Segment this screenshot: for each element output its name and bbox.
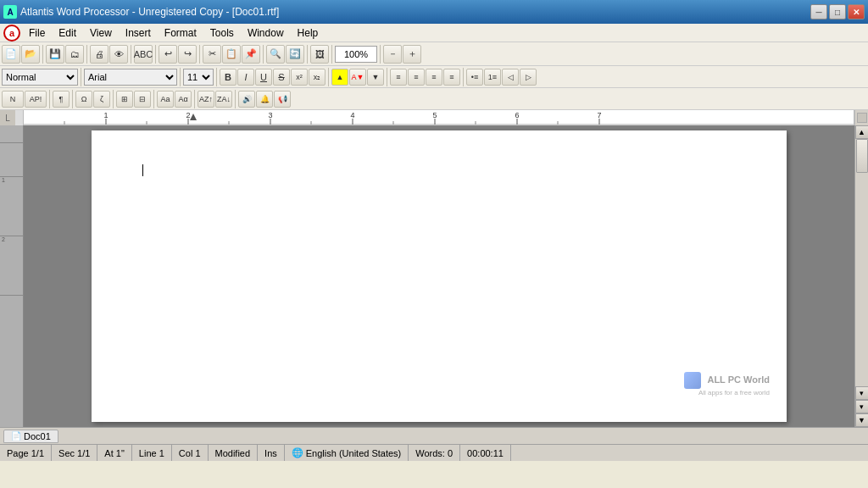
speaker2-btn[interactable]: 🔔 (256, 91, 273, 108)
ruler-corner-btn[interactable] (857, 113, 867, 123)
print-button[interactable]: 🖨 (90, 45, 108, 64)
bg-color-button[interactable]: ▼ (367, 69, 384, 86)
minimize-button[interactable]: ─ (810, 4, 827, 19)
symbol-btn[interactable]: ζ (93, 91, 110, 108)
scroll-thumb-v[interactable] (856, 139, 868, 173)
separator4 (155, 45, 156, 64)
normal-btn[interactable]: N (2, 91, 24, 108)
strikethrough-button[interactable]: S (273, 69, 290, 86)
menu-help[interactable]: Help (291, 25, 326, 41)
menu-bar: a File Edit View Insert Format Tools Win… (0, 24, 868, 42)
app-logo[interactable]: a (3, 25, 20, 42)
menu-insert[interactable]: Insert (119, 25, 158, 41)
num-list-button[interactable]: 1≡ (484, 69, 501, 86)
copy-button[interactable]: 📋 (222, 45, 241, 64)
open-button[interactable]: 📂 (21, 45, 40, 64)
undo-button[interactable]: ↩ (159, 45, 177, 64)
special-chars-btn[interactable]: Ω (75, 91, 92, 108)
aa2-btn[interactable]: Aα (175, 91, 192, 108)
outdent-button[interactable]: ◁ (502, 69, 519, 86)
tab-bar: 📄 Doc01 (0, 427, 868, 444)
new-button[interactable]: 📄 (2, 45, 20, 64)
zoom-in-button[interactable]: ＋ (403, 45, 421, 64)
scroll-down-2-button[interactable]: ▾ (855, 400, 869, 413)
image-button[interactable]: 🖼 (310, 45, 329, 64)
text-cursor (142, 164, 143, 176)
cut-button[interactable]: ✂ (203, 45, 221, 64)
status-at: At 1" (97, 445, 131, 461)
save-all-button[interactable]: 🗂 (65, 45, 84, 64)
status-language: 🌐 English (United States) (285, 445, 409, 461)
scroll-down-button[interactable]: ▼ (855, 413, 869, 427)
sep-f2 (180, 68, 181, 86)
spell-button[interactable]: ABC (134, 45, 153, 64)
document-page[interactable]: ALL PC World All apps for a free world (92, 130, 787, 422)
underline-button[interactable]: U (255, 69, 272, 86)
subscript-button[interactable]: x₂ (309, 69, 326, 86)
bold-button[interactable]: B (220, 69, 236, 86)
sep-e5 (194, 90, 195, 108)
ap-btn[interactable]: AP! (25, 91, 47, 108)
align-left-button[interactable]: ≡ (390, 69, 407, 86)
sort2-btn[interactable]: ZA↓ (215, 91, 232, 108)
save-button[interactable]: 💾 (46, 45, 64, 64)
justify-button[interactable]: ≡ (443, 69, 460, 86)
size-selector[interactable]: 11 (183, 69, 214, 86)
status-time: 00:00:11 (460, 445, 511, 461)
align-right-button[interactable]: ≡ (426, 69, 442, 86)
menu-format[interactable]: Format (158, 25, 203, 41)
font-selector[interactable]: Arial (84, 69, 177, 86)
lang-label: English (United States) (306, 448, 402, 458)
svg-text:2: 2 (186, 111, 190, 119)
status-col: Col 1 (172, 445, 209, 461)
find-button[interactable]: 🔍 (266, 45, 285, 64)
highlight-button[interactable]: ▲ (331, 69, 348, 86)
print-preview-button[interactable]: 👁 (109, 45, 128, 64)
indent-button[interactable]: ▷ (520, 69, 537, 86)
paste-button[interactable]: 📌 (242, 45, 260, 64)
menu-file[interactable]: File (22, 25, 52, 41)
scroll-track-v[interactable] (855, 139, 869, 386)
menu-edit[interactable]: Edit (52, 25, 83, 41)
watermark: ALL PC World All apps for a free world (684, 372, 770, 396)
zoom-input[interactable]: 100% (335, 46, 377, 63)
superscript-button[interactable]: x² (291, 69, 308, 86)
sep-f3 (216, 68, 217, 86)
sort-btn[interactable]: AZ↑ (198, 91, 214, 108)
status-line: Line 1 (132, 445, 172, 461)
menu-tools[interactable]: Tools (203, 25, 241, 41)
table-btn[interactable]: ⊞ (116, 91, 133, 108)
speaker3-btn[interactable]: 📢 (274, 91, 291, 108)
font-color-button[interactable]: A▼ (349, 69, 366, 86)
doc-container[interactable]: ALL PC World All apps for a free world (24, 125, 854, 427)
table2-btn[interactable]: ⊟ (134, 91, 151, 108)
para-btn[interactable]: ¶ (53, 91, 70, 108)
maximize-button[interactable]: □ (829, 4, 846, 19)
menu-window[interactable]: Window (241, 25, 291, 41)
close-button[interactable]: ✕ (848, 4, 865, 19)
separator7 (307, 45, 308, 64)
menu-view[interactable]: View (83, 25, 119, 41)
align-center-button[interactable]: ≡ (408, 69, 425, 86)
lang-icon: 🌐 (292, 447, 303, 458)
sep-e6 (235, 90, 236, 108)
svg-text:6: 6 (515, 111, 519, 119)
zoom-out-button[interactable]: － (383, 45, 402, 64)
bullet-list-button[interactable]: •≡ (466, 69, 483, 86)
style-selector[interactable]: Normal (2, 69, 78, 86)
redo-button[interactable]: ↪ (178, 45, 197, 64)
replace-button[interactable]: 🔄 (286, 45, 304, 64)
separator3 (131, 45, 131, 64)
ruler-left-margin: L (0, 110, 24, 125)
aa-btn[interactable]: Aa (157, 91, 174, 108)
scroll-up-button[interactable]: ▲ (855, 125, 869, 139)
sep-f1 (81, 68, 81, 86)
separator9 (380, 45, 381, 64)
tab-icon: 📄 (11, 431, 21, 441)
speaker-btn[interactable]: 🔊 (238, 91, 255, 108)
tab-label: Doc01 (24, 431, 51, 441)
scroll-down-1-button[interactable]: ▾ (855, 386, 869, 400)
italic-button[interactable]: I (237, 69, 254, 86)
doc-tab-doc01[interactable]: 📄 Doc01 (3, 430, 58, 443)
left-margin-bar: 1 2 (0, 125, 24, 427)
